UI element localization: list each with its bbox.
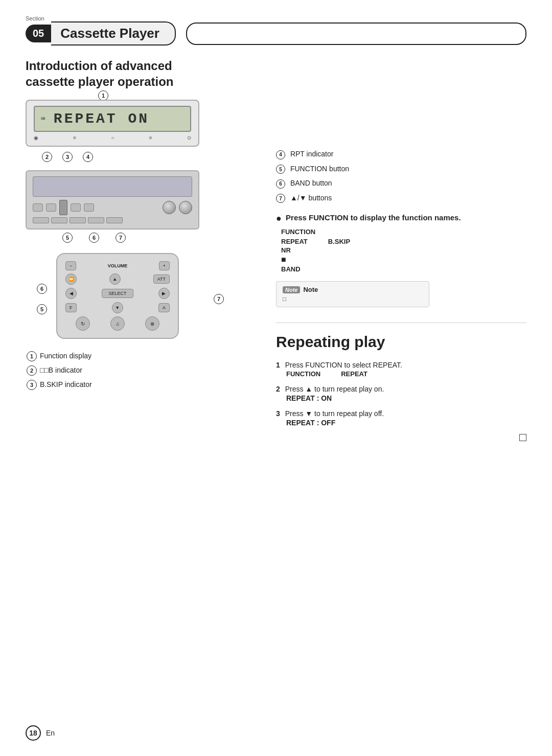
display-unit: ⌨ REPEAT ON ◉≡○≡⊙	[26, 100, 199, 147]
callout-3: 3	[62, 152, 73, 162]
hu-knob-1	[163, 201, 176, 214]
step-num-3: 3	[276, 409, 280, 418]
func-row-3: ■	[281, 255, 526, 264]
head-unit	[26, 170, 199, 230]
remote-up-btn[interactable]: ▲	[109, 273, 121, 285]
callout-1-label: 1	[97, 90, 109, 101]
remote-fwd-btn[interactable]: ▶	[158, 288, 170, 299]
step-3-text: Press ▼ to turn repeat play off.	[285, 409, 384, 418]
callout-legend-1: 1	[27, 351, 37, 361]
end-box-icon	[519, 434, 526, 441]
callout-6-side: 6	[36, 284, 48, 294]
remote-rew-btn[interactable]: ◀	[65, 288, 77, 299]
hu-knob-2	[179, 201, 192, 214]
repeating-play-title: Repeating play	[276, 333, 526, 351]
callout-5-side: 5	[36, 304, 48, 314]
remote-select-btn[interactable]: SELECT	[102, 289, 133, 298]
callout-row-234: 2 3 4	[41, 152, 256, 162]
remote-plus-btn[interactable]: +	[159, 261, 170, 270]
feature-band: 6 BAND button	[276, 179, 526, 189]
remote-row3: ◀ SELECT ▶	[65, 288, 170, 299]
note-content: □	[283, 295, 423, 303]
callout-4: 4	[83, 152, 93, 162]
callout-5: 5	[62, 233, 73, 243]
intro-heading: Introduction of advanced cassette player…	[26, 58, 256, 89]
note-header: Note Note	[283, 286, 423, 293]
hu-row2	[33, 217, 192, 223]
callout-7: 7	[116, 233, 126, 243]
circle-5: 5	[276, 165, 285, 174]
callout-7-side: 7	[213, 294, 225, 304]
head-unit-controls	[33, 200, 192, 215]
remote-minus-btn[interactable]: −	[65, 261, 76, 270]
hu-btn-sm-2	[51, 217, 67, 223]
header: 05 Cassette Player	[26, 21, 526, 45]
display-icons-row: ◉≡○≡⊙	[34, 135, 191, 141]
feature-arrows: 7 ▲/▼ buttons	[276, 194, 526, 203]
note-box: Note Note □	[276, 281, 429, 307]
circle-4: 4	[276, 150, 285, 159]
head-unit-wrapper: 5 6 7	[26, 170, 256, 243]
remote-bottom-row: ↻ ♫ ⊗	[65, 316, 170, 331]
step-1: 1 Press FUNCTION to select REPEAT. FUNCT…	[276, 361, 526, 378]
bullet-note-text: Press FUNCTION to display the function n…	[286, 213, 461, 222]
step-1-sub-left: FUNCTION	[286, 370, 320, 378]
note-title: Note	[303, 286, 318, 293]
remote-icon-2[interactable]: ♫	[110, 316, 125, 331]
remote-down-btn[interactable]: ▼	[112, 302, 123, 313]
callout-row-567: 5 6 7	[61, 233, 256, 243]
page-number-circle: 18	[26, 725, 41, 741]
func-title: FUNCTION	[281, 228, 526, 236]
function-table: FUNCTION REPEAT B.SKIP NR ■ BAND	[281, 228, 526, 273]
lang-label: En	[46, 729, 55, 737]
end-marker	[276, 434, 526, 443]
header-right-box	[186, 22, 526, 45]
remote-volume-label: VOLUME	[108, 263, 128, 268]
step-3: 3 Press ▼ to turn repeat play off. REPEA…	[276, 409, 526, 427]
remote-f-btn[interactable]: F	[65, 303, 77, 312]
section-number: 05	[26, 25, 51, 42]
hu-btn-sm-3	[70, 217, 86, 223]
step-1-sub-right: REPEAT	[341, 370, 367, 378]
left-column: Introduction of advanced cassette player…	[26, 58, 271, 443]
note-box-icon: □	[283, 295, 286, 303]
repeating-play-section: Repeating play 1 Press FUNCTION to selec…	[276, 323, 526, 443]
display-unit-wrapper: 1 ⌨ REPEAT ON ◉≡○≡⊙ 2 3 4	[26, 100, 256, 162]
hu-btn-sm-5	[106, 217, 123, 223]
remote-wrapper: 6 5 7 − VOLUME +	[26, 253, 256, 339]
circle-7: 7	[276, 194, 285, 203]
feature-rpt: 4 RPT indicator	[276, 150, 526, 159]
remote-ff-btn[interactable]: ⏩	[65, 273, 77, 285]
callout-6b: 6	[37, 284, 47, 294]
remote-a-btn[interactable]: A	[158, 303, 170, 312]
section-label: Section	[26, 15, 44, 21]
circle-6: 6	[276, 179, 285, 189]
callout-1: 1	[98, 90, 108, 101]
hu-btn-1	[33, 203, 43, 212]
feature-list: 4 RPT indicator 5 FUNCTION button 6 BAND…	[276, 150, 526, 203]
remote-vol-row: − VOLUME +	[65, 261, 170, 270]
step-2: 2 Press ▲ to turn repeat play on. REPEAT…	[276, 385, 526, 402]
remote-att-btn[interactable]: ATT	[153, 274, 170, 284]
right-column: 4 RPT indicator 5 FUNCTION button 6 BAND…	[271, 58, 526, 443]
step-num-2: 2	[276, 385, 280, 393]
remote-icon-3[interactable]: ⊗	[145, 316, 159, 331]
step-1-sub: FUNCTION REPEAT	[286, 370, 526, 378]
callout-5b: 5	[37, 304, 47, 314]
step-3-result: REPEAT : OFF	[286, 419, 526, 427]
head-unit-screen	[33, 176, 192, 197]
remote-icon-1[interactable]: ↻	[76, 316, 90, 331]
bottom-legend: 1 Function display 2 □□B indicator 3 B.S…	[26, 351, 256, 390]
legend-item-1: 1 Function display	[26, 351, 256, 361]
legend-item-3: 3 B.SKIP indicator	[26, 380, 256, 390]
bullet-note: ● Press FUNCTION to display the function…	[276, 213, 526, 224]
remote-control: − VOLUME + ⏩ ▲ ATT ◀ SELECT ▶	[56, 253, 179, 339]
section-title: Cassette Player	[51, 21, 176, 45]
func-row-4: BAND	[281, 265, 526, 273]
callout-2: 2	[42, 152, 52, 162]
bullet-icon: ●	[276, 213, 282, 223]
hu-slot	[59, 200, 67, 215]
step-num-1: 1	[276, 361, 280, 369]
hu-btn-3	[71, 203, 81, 212]
step-2-text: Press ▲ to turn repeat play on.	[285, 385, 384, 393]
